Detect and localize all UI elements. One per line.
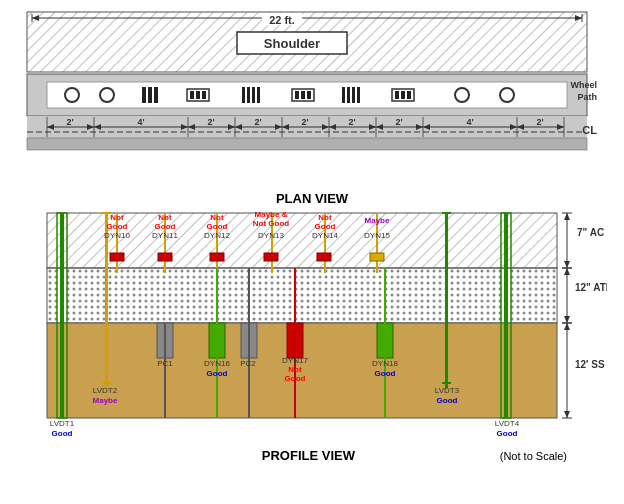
svg-text:Not: Not xyxy=(158,213,172,222)
svg-rect-137 xyxy=(317,253,331,261)
svg-text:DYN12: DYN12 xyxy=(204,231,230,240)
plan-view-svg: 22 ft. Shoulder xyxy=(17,4,607,189)
svg-marker-105 xyxy=(564,323,570,330)
cl-label: CL xyxy=(582,124,597,136)
svg-rect-22 xyxy=(252,87,255,103)
svg-text:DYN17: DYN17 xyxy=(282,356,308,365)
profile-view-svg: 7" AC 12" ATB 12' SS xyxy=(17,208,607,448)
svg-rect-18 xyxy=(196,91,200,99)
svg-point-37 xyxy=(500,88,514,102)
svg-point-12 xyxy=(100,88,114,102)
svg-rect-21 xyxy=(247,87,250,103)
svg-text:LVDT3: LVDT3 xyxy=(435,386,460,395)
svg-text:2': 2' xyxy=(207,117,214,127)
svg-rect-34 xyxy=(401,91,405,99)
wheel-path-line1: Wheel xyxy=(570,80,597,90)
svg-text:Good: Good xyxy=(375,369,396,378)
svg-text:Good: Good xyxy=(315,222,336,231)
svg-rect-23 xyxy=(257,87,260,103)
svg-rect-26 xyxy=(301,91,305,99)
dyn10-status: Not xyxy=(110,213,124,222)
svg-rect-25 xyxy=(295,91,299,99)
svg-text:Maybe: Maybe xyxy=(93,396,118,405)
svg-rect-30 xyxy=(352,87,355,103)
lvdt4-status: Good xyxy=(497,429,518,438)
svg-text:Good: Good xyxy=(155,222,176,231)
svg-text:DYN11: DYN11 xyxy=(152,231,178,240)
svg-marker-96 xyxy=(564,261,570,268)
plan-view-label: PLAN VIEW xyxy=(276,191,348,206)
svg-text:Not: Not xyxy=(210,213,224,222)
svg-text:2': 2' xyxy=(536,117,543,127)
atb-label: 12" ATB xyxy=(575,282,607,293)
svg-text:PC1: PC1 xyxy=(157,359,173,368)
svg-rect-35 xyxy=(407,91,411,99)
svg-rect-19 xyxy=(202,91,206,99)
svg-rect-17 xyxy=(190,91,194,99)
svg-rect-130 xyxy=(445,213,448,388)
ss-label: 12' SS xyxy=(575,359,605,370)
svg-text:2': 2' xyxy=(395,117,402,127)
lvdt1-status: Good xyxy=(52,429,73,438)
svg-point-11 xyxy=(65,88,79,102)
svg-rect-15 xyxy=(154,87,158,103)
svg-marker-100 xyxy=(564,268,570,275)
shoulder-label: Shoulder xyxy=(264,36,320,51)
svg-text:Not: Not xyxy=(288,365,302,374)
svg-rect-138 xyxy=(370,253,384,261)
svg-rect-29 xyxy=(347,87,350,103)
svg-rect-125 xyxy=(248,268,250,418)
svg-rect-27 xyxy=(307,91,311,99)
svg-rect-127 xyxy=(294,268,296,418)
svg-text:Good: Good xyxy=(285,374,306,383)
svg-text:DYN10: DYN10 xyxy=(104,231,130,240)
lvdt1-label: LVDT1 xyxy=(50,419,75,428)
svg-text:2': 2' xyxy=(66,117,73,127)
svg-rect-28 xyxy=(342,87,345,103)
profile-view-label-row: PROFILE VIEW (Not to Scale) xyxy=(17,448,607,463)
svg-text:DYN16: DYN16 xyxy=(204,359,230,368)
not-to-scale: (Not to Scale) xyxy=(500,450,567,462)
svg-text:4': 4' xyxy=(466,117,473,127)
svg-rect-121 xyxy=(164,323,166,418)
svg-rect-136 xyxy=(264,253,278,261)
svg-text:4': 4' xyxy=(137,117,144,127)
svg-rect-31 xyxy=(357,87,360,103)
svg-text:DYN15: DYN15 xyxy=(364,231,390,240)
ac-label: 7" AC xyxy=(577,227,604,238)
svg-text:DYN18: DYN18 xyxy=(372,359,398,368)
svg-marker-95 xyxy=(564,213,570,220)
lvdt4-label: LVDT4 xyxy=(495,419,520,428)
svg-text:DYN14: DYN14 xyxy=(312,231,338,240)
svg-text:Maybe: Maybe xyxy=(365,216,390,225)
svg-rect-135 xyxy=(210,253,224,261)
svg-marker-106 xyxy=(564,411,570,418)
svg-text:Not Good: Not Good xyxy=(253,219,290,228)
svg-text:DYN13: DYN13 xyxy=(258,231,284,240)
svg-marker-101 xyxy=(564,316,570,323)
svg-rect-123 xyxy=(216,268,218,418)
svg-rect-14 xyxy=(148,87,152,103)
svg-text:Good: Good xyxy=(207,369,228,378)
svg-text:Good: Good xyxy=(437,396,458,405)
svg-rect-13 xyxy=(142,87,146,103)
svg-rect-33 xyxy=(395,91,399,99)
dim-22ft: 22 ft. xyxy=(269,14,295,26)
svg-rect-109 xyxy=(504,213,508,418)
profile-view-label: PROFILE VIEW xyxy=(262,448,355,463)
svg-text:Good: Good xyxy=(107,222,128,231)
svg-text:Maybe &: Maybe & xyxy=(255,210,288,219)
svg-rect-107 xyxy=(60,213,64,418)
svg-rect-133 xyxy=(110,253,124,261)
main-container: 22 ft. Shoulder xyxy=(0,0,624,504)
svg-point-36 xyxy=(455,88,469,102)
svg-rect-90 xyxy=(47,268,557,323)
svg-rect-20 xyxy=(242,87,245,103)
wheel-path-line2: Path xyxy=(577,92,597,102)
svg-text:LVDT2: LVDT2 xyxy=(93,386,118,395)
svg-rect-86 xyxy=(27,138,587,150)
svg-text:2': 2' xyxy=(254,117,261,127)
svg-text:Not: Not xyxy=(318,213,332,222)
svg-text:2': 2' xyxy=(301,117,308,127)
svg-text:2': 2' xyxy=(348,117,355,127)
